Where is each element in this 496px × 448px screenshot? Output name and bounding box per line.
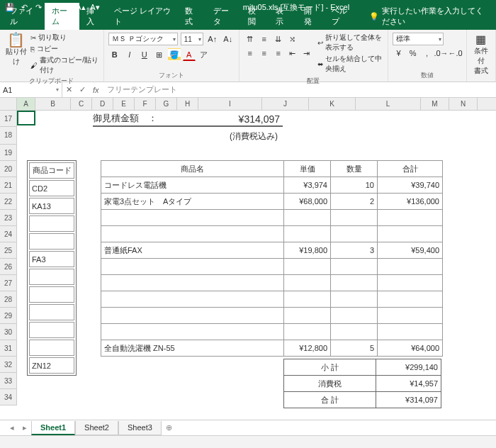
align-middle-icon[interactable]: ≡ bbox=[258, 33, 271, 45]
row-header[interactable]: 24 bbox=[0, 226, 16, 242]
col-header[interactable]: L bbox=[356, 98, 421, 110]
cell-qty[interactable]: 3 bbox=[331, 242, 378, 259]
increase-font-icon[interactable]: A↑ bbox=[206, 33, 219, 45]
indent-inc-icon[interactable]: ⇥ bbox=[300, 47, 313, 60]
col-header[interactable]: G bbox=[156, 98, 177, 110]
row-header[interactable]: 17 bbox=[0, 111, 16, 127]
col-header[interactable]: C bbox=[71, 98, 92, 110]
col-header[interactable]: D bbox=[92, 98, 113, 110]
formula-input[interactable]: フリーテンプレート bbox=[103, 84, 496, 95]
cell-total[interactable]: ¥59,400 bbox=[378, 242, 443, 259]
phonetic-button[interactable]: ア bbox=[198, 48, 210, 61]
cell-name[interactable] bbox=[101, 210, 284, 226]
cell-qty[interactable] bbox=[331, 275, 378, 291]
cell-qty[interactable] bbox=[331, 291, 378, 308]
align-right-icon[interactable]: ≡ bbox=[272, 47, 285, 60]
paste-button[interactable]: 📋 貼り付け bbox=[4, 33, 28, 75]
comma-format-icon[interactable]: , bbox=[421, 47, 434, 60]
tab-dev[interactable]: 開発 bbox=[297, 3, 325, 30]
increase-decimal-icon[interactable]: .0→ bbox=[435, 47, 448, 60]
border-button[interactable]: ⊞ bbox=[153, 48, 166, 61]
row-header[interactable]: 25 bbox=[0, 242, 16, 259]
cell-price[interactable] bbox=[284, 226, 331, 242]
conditional-format-button[interactable]: ▦ 条件付 書式 bbox=[471, 33, 491, 76]
code-cell[interactable] bbox=[29, 286, 74, 303]
decrease-font-icon[interactable]: A↓ bbox=[222, 33, 235, 45]
code-cell[interactable] bbox=[29, 233, 74, 250]
cell-price[interactable]: ¥19,800 bbox=[284, 242, 331, 259]
align-left-icon[interactable]: ≡ bbox=[244, 47, 257, 60]
orientation-icon[interactable]: ⤭ bbox=[286, 33, 299, 45]
worksheet[interactable]: ABCDEFGHIJKLMN 1718192021222324252627282… bbox=[0, 98, 496, 420]
cell-qty[interactable]: 10 bbox=[331, 177, 378, 194]
italic-button[interactable]: I bbox=[123, 48, 136, 61]
tab-data[interactable]: データ bbox=[206, 3, 241, 30]
col-header[interactable]: M bbox=[421, 98, 449, 110]
cut-button[interactable]: ✂切り取り bbox=[30, 33, 98, 43]
sheet-nav-last-icon[interactable]: ▸ bbox=[18, 423, 31, 432]
row-header[interactable]: 21 bbox=[0, 177, 16, 194]
row-header[interactable]: 32 bbox=[0, 357, 16, 373]
cell-price[interactable] bbox=[284, 259, 331, 275]
align-top-icon[interactable]: ⇈ bbox=[244, 33, 257, 45]
tab-help[interactable]: ヘルプ bbox=[325, 3, 359, 30]
cell-name[interactable] bbox=[101, 259, 284, 275]
format-painter-button[interactable]: 🖌書式のコピー/貼り付け bbox=[30, 55, 98, 75]
cell-price[interactable] bbox=[284, 308, 331, 324]
code-cell[interactable] bbox=[29, 322, 74, 338]
cell-total[interactable]: ¥39,740 bbox=[378, 177, 443, 194]
align-center-icon[interactable]: ≡ bbox=[258, 47, 271, 60]
row-header[interactable]: 31 bbox=[0, 340, 16, 357]
cell-price[interactable]: ¥12,800 bbox=[284, 340, 331, 357]
row-header[interactable]: 18 bbox=[0, 127, 16, 145]
cell-name[interactable]: 全自動洗濯機 ZN-55 bbox=[101, 340, 284, 357]
fx-icon[interactable]: fx bbox=[89, 82, 103, 97]
tab-review[interactable]: 校閲 bbox=[241, 3, 269, 30]
font-color-button[interactable]: A bbox=[183, 48, 196, 61]
cell-name[interactable]: 普通紙FAX bbox=[101, 242, 284, 259]
code-cell[interactable]: CD2 bbox=[29, 180, 74, 196]
number-format-select[interactable]: 標準 bbox=[393, 33, 444, 45]
code-cell[interactable]: ZN12 bbox=[29, 357, 74, 374]
cell-total[interactable] bbox=[378, 324, 443, 340]
cell-price[interactable] bbox=[284, 275, 331, 291]
cell-total[interactable] bbox=[378, 210, 443, 226]
cell-qty[interactable] bbox=[331, 308, 378, 324]
row-header[interactable]: 30 bbox=[0, 324, 16, 340]
row-header[interactable]: 26 bbox=[0, 259, 16, 275]
sheet-nav-first-icon[interactable]: ◂ bbox=[6, 423, 18, 432]
col-header[interactable]: A bbox=[17, 98, 35, 110]
tab-layout[interactable]: ページ レイアウト bbox=[107, 3, 178, 30]
percent-format-icon[interactable]: % bbox=[407, 47, 419, 60]
underline-button[interactable]: U bbox=[138, 48, 151, 61]
row-header[interactable]: 34 bbox=[0, 389, 16, 405]
cell-total[interactable] bbox=[378, 308, 443, 324]
code-cell[interactable] bbox=[29, 340, 74, 356]
row-header[interactable]: 20 bbox=[0, 161, 16, 177]
row-header[interactable]: 28 bbox=[0, 291, 16, 308]
cell-name[interactable] bbox=[101, 291, 284, 308]
cell-qty[interactable] bbox=[331, 259, 378, 275]
select-all-button[interactable] bbox=[0, 98, 17, 110]
cell-name[interactable] bbox=[101, 308, 284, 324]
cell-price[interactable] bbox=[284, 291, 331, 308]
cell-price[interactable]: ¥3,974 bbox=[284, 177, 331, 194]
bold-button[interactable]: B bbox=[108, 48, 121, 61]
merge-center-button[interactable]: ⬌セルを結合して中央揃え bbox=[317, 54, 383, 74]
add-sheet-button[interactable]: ⊕ bbox=[162, 423, 177, 432]
tab-view[interactable]: 表示 bbox=[269, 3, 296, 30]
code-cell[interactable]: KA13 bbox=[29, 198, 74, 214]
cell-name[interactable] bbox=[101, 324, 284, 340]
tab-formulas[interactable]: 数式 bbox=[178, 3, 205, 30]
cell-qty[interactable]: 2 bbox=[331, 194, 378, 210]
sheet-tab[interactable]: Sheet2 bbox=[75, 421, 118, 435]
row-header[interactable]: 23 bbox=[0, 210, 16, 226]
cell-name[interactable]: 家電3点セット Aタイプ bbox=[101, 194, 284, 210]
cell-name[interactable] bbox=[101, 226, 284, 242]
cell-total[interactable] bbox=[378, 226, 443, 242]
cell-total[interactable] bbox=[378, 259, 443, 275]
cell-qty[interactable]: 5 bbox=[331, 340, 378, 357]
cell-total[interactable] bbox=[378, 291, 443, 308]
sheet-tab[interactable]: Sheet1 bbox=[31, 421, 75, 435]
row-header[interactable]: 29 bbox=[0, 308, 16, 324]
